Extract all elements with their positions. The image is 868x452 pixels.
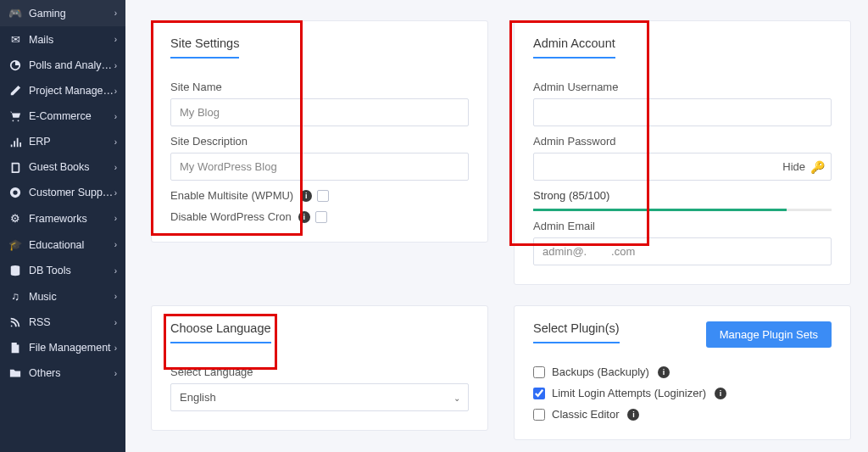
sidebar-item-gaming[interactable]: 🎮 Gaming › <box>0 0 125 26</box>
admin-email-label: Admin Email <box>533 220 832 232</box>
admin-user-input[interactable] <box>533 98 832 126</box>
sidebar-item-label: Educational <box>29 239 114 251</box>
site-name-label: Site Name <box>170 81 469 93</box>
envelope-icon: ✉ <box>8 33 22 46</box>
file-icon <box>8 342 22 354</box>
admin-user-label: Admin Username <box>533 81 832 93</box>
site-settings-card: Site Settings Site Name Site Description… <box>151 20 488 243</box>
sidebar-item-label: Guest Books <box>29 161 114 173</box>
info-icon[interactable]: i <box>658 366 670 378</box>
sidebar-item-mails[interactable]: ✉ Mails › <box>0 26 125 53</box>
pencil-icon <box>8 85 22 97</box>
site-desc-label: Site Description <box>170 135 469 148</box>
plugin-label: Limit Login Attempts (Loginizer) <box>552 387 706 399</box>
cron-label: Disable WordPress Cron <box>170 210 292 223</box>
key-icon[interactable]: 🔑 <box>810 160 825 174</box>
info-icon[interactable]: i <box>715 388 726 399</box>
language-card: Choose Language Select Language English … <box>151 305 488 431</box>
chevron-right-icon: › <box>114 188 117 198</box>
plugin-label: Classic Editor <box>552 408 619 421</box>
chevron-right-icon: › <box>114 240 117 249</box>
password-strength-label: Strong (85/100) <box>533 189 832 202</box>
sidebar-item-label: Project Management <box>29 85 114 97</box>
plugin-backups-checkbox[interactable] <box>533 366 545 378</box>
site-name-input[interactable] <box>170 98 469 126</box>
sidebar-item-label: Customer Support <box>29 187 114 198</box>
sidebar-item-project[interactable]: Project Management › <box>0 78 125 103</box>
chevron-right-icon: › <box>114 86 117 96</box>
admin-account-card: Admin Account Admin Username Admin Passw… <box>514 20 851 285</box>
sidebar-item-label: Others <box>29 367 114 379</box>
multisite-checkbox[interactable] <box>317 190 329 202</box>
chevron-right-icon: › <box>114 292 117 301</box>
sidebar-item-label: E-Commerce <box>29 110 114 122</box>
cart-icon <box>8 110 22 122</box>
sidebar-item-support[interactable]: Customer Support › <box>0 180 125 205</box>
sidebar-item-label: RSS <box>29 316 114 328</box>
grad-cap-icon: 🎓 <box>8 238 22 251</box>
hide-password-toggle[interactable]: Hide <box>782 160 805 173</box>
sidebar-item-music[interactable]: ♫ Music › <box>0 283 125 310</box>
plugins-title: Select Plugin(s) <box>533 321 620 343</box>
gamepad-icon: 🎮 <box>8 7 22 20</box>
info-icon[interactable]: i <box>300 190 312 202</box>
plugin-loginizer-checkbox[interactable] <box>533 388 545 399</box>
admin-account-title: Admin Account <box>533 36 615 59</box>
sidebar-item-erp[interactable]: ERP › <box>0 129 125 154</box>
sidebar-item-label: Mails <box>29 34 114 46</box>
sidebar-item-label: Music <box>29 291 114 303</box>
site-desc-input[interactable] <box>170 153 469 181</box>
plugin-label: Backups (Backuply) <box>552 366 649 378</box>
life-ring-icon <box>8 187 22 198</box>
sidebar-item-label: DB Tools <box>29 265 114 276</box>
sidebar-item-educational[interactable]: 🎓 Educational › <box>0 232 125 258</box>
book-icon <box>8 161 22 173</box>
database-icon <box>8 265 22 276</box>
language-title: Choose Language <box>170 321 271 343</box>
chevron-right-icon: › <box>114 266 117 276</box>
sidebar-item-guestbooks[interactable]: Guest Books › <box>0 154 125 180</box>
cron-checkbox[interactable] <box>315 211 327 223</box>
sidebar-item-ecommerce[interactable]: E-Commerce › <box>0 103 125 129</box>
music-icon: ♫ <box>8 290 22 303</box>
chevron-right-icon: › <box>114 61 117 70</box>
chevron-right-icon: › <box>114 137 117 147</box>
plugins-card: Select Plugin(s) Manage Plugin Sets Back… <box>514 305 851 440</box>
language-select[interactable]: English <box>170 383 469 411</box>
chart-icon <box>8 59 22 71</box>
chevron-right-icon: › <box>114 163 117 172</box>
plugin-classic-editor-checkbox[interactable] <box>533 409 545 421</box>
info-icon[interactable]: i <box>627 409 639 421</box>
folder-icon <box>8 367 22 379</box>
admin-pass-label: Admin Password <box>533 135 832 148</box>
site-settings-title: Site Settings <box>170 36 239 59</box>
chevron-right-icon: › <box>114 8 117 18</box>
main-content: Site Settings Site Name Site Description… <box>125 0 868 452</box>
manage-plugin-sets-button[interactable]: Manage Plugin Sets <box>706 321 832 348</box>
sidebar-item-others[interactable]: Others › <box>0 360 125 386</box>
chevron-right-icon: › <box>114 369 117 378</box>
sidebar-item-filemgmt[interactable]: File Management › <box>0 335 125 360</box>
select-language-label: Select Language <box>170 366 469 378</box>
sidebar-item-frameworks[interactable]: ⚙ Frameworks › <box>0 205 125 232</box>
chevron-right-icon: › <box>114 112 117 121</box>
rss-icon <box>8 316 22 328</box>
admin-email-input[interactable] <box>533 237 832 265</box>
chevron-right-icon: › <box>114 35 117 44</box>
sidebar-item-label: Gaming <box>29 8 114 20</box>
sidebar-item-rss[interactable]: RSS › <box>0 310 125 335</box>
chevron-right-icon: › <box>114 343 117 353</box>
password-strength-bar <box>533 209 832 211</box>
chevron-right-icon: › <box>114 214 117 223</box>
multisite-label: Enable Multisite (WPMU) <box>170 189 293 202</box>
sidebar-item-dbtools[interactable]: DB Tools › <box>0 258 125 283</box>
bars-icon <box>8 136 22 148</box>
chevron-right-icon: › <box>114 318 117 327</box>
sidebar-item-label: File Management <box>29 342 114 354</box>
sidebar-item-label: Frameworks <box>29 213 114 225</box>
sidebar: 🎮 Gaming › ✉ Mails › Polls and Analytics… <box>0 0 125 452</box>
sidebar-item-polls[interactable]: Polls and Analytics › <box>0 53 125 78</box>
sidebar-item-label: Polls and Analytics <box>29 59 114 71</box>
sidebar-item-label: ERP <box>29 136 114 148</box>
info-icon[interactable]: i <box>298 211 310 223</box>
